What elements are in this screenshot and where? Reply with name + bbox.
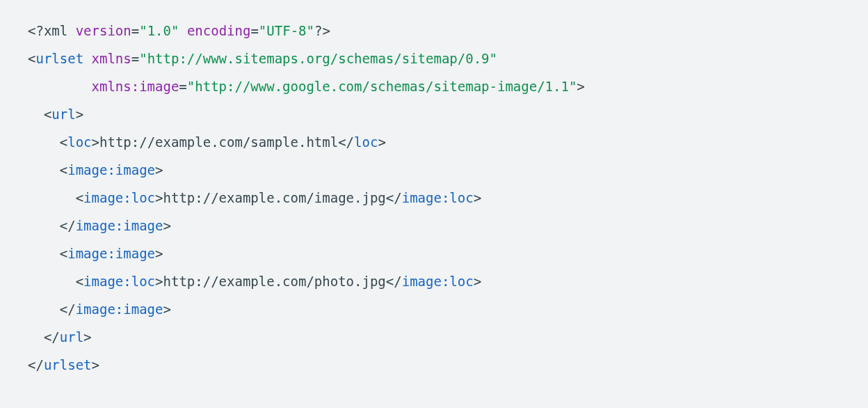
xml-close-tag: url <box>60 329 83 345</box>
xml-close-tag: urlset <box>44 357 92 372</box>
xml-close-tag: image:loc <box>402 274 474 289</box>
code-line: </urlset> <box>28 357 99 372</box>
xml-text: http://example.com/sample.html <box>99 134 338 150</box>
xml-attr-value: "1.0" <box>139 23 179 38</box>
xml-close-tag: image:image <box>76 218 163 233</box>
xml-open-tag: image:loc <box>83 274 155 289</box>
xml-attr-value: "UTF-8" <box>259 23 314 38</box>
xml-attr-value: "http://www.sitemaps.org/schemas/sitemap… <box>139 51 497 66</box>
code-line: <image:loc>http://example.com/image.jpg<… <box>28 190 481 205</box>
xml-attr-name: version <box>76 23 131 38</box>
xml-open-tag: urlset <box>35 51 83 66</box>
xml-close-tag: loc <box>354 134 378 150</box>
xml-close-tag: image:loc <box>402 190 474 205</box>
code-line: </url> <box>28 329 92 345</box>
xml-text: http://example.com/image.jpg <box>163 190 386 205</box>
xml-attr-name: encoding <box>187 23 251 38</box>
xml-decl-name: xml <box>44 23 67 38</box>
xml-attr-name: xmlns:image <box>92 79 179 94</box>
xml-open-tag: image:loc <box>83 190 155 205</box>
xml-decl-close: ?> <box>314 23 330 38</box>
code-line: xmlns:image="http://www.google.com/schem… <box>28 79 585 94</box>
xml-open-tag: image:image <box>67 162 155 178</box>
code-line: </image:image> <box>28 218 171 233</box>
code-line: <?xml version="1.0" encoding="UTF-8"?> <box>28 23 330 38</box>
xml-attr-value: "http://www.google.com/schemas/sitemap-i… <box>187 79 577 94</box>
code-line: <loc>http://example.com/sample.html</loc… <box>28 134 386 150</box>
xml-open-tag: url <box>51 107 75 122</box>
xml-attr-name: xmlns <box>92 51 131 66</box>
xml-close-tag: image:image <box>76 301 163 317</box>
xml-code-block: <?xml version="1.0" encoding="UTF-8"?> <… <box>0 0 868 395</box>
xml-decl-open: <? <box>28 23 44 38</box>
code-line: <image:image> <box>28 162 163 178</box>
xml-open-tag: loc <box>67 134 91 150</box>
code-line: <urlset xmlns="http://www.sitemaps.org/s… <box>28 51 497 66</box>
code-line: <url> <box>28 107 83 122</box>
code-line: <image:image> <box>28 246 163 261</box>
code-line: </image:image> <box>28 301 171 317</box>
xml-open-tag: image:image <box>67 246 155 261</box>
code-line: <image:loc>http://example.com/photo.jpg<… <box>28 274 481 289</box>
xml-text: http://example.com/photo.jpg <box>163 274 386 289</box>
